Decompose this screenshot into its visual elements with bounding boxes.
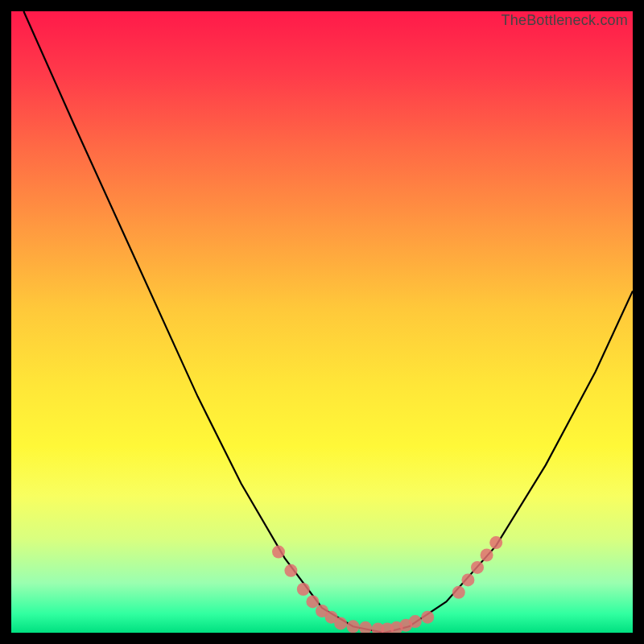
bottleneck-curve [23, 11, 633, 633]
watermark-text: TheBottleneck.com [502, 12, 628, 29]
highlight-dot [421, 611, 434, 624]
highlight-dot [359, 621, 372, 633]
highlight-dot [471, 561, 484, 574]
highlight-dot [306, 595, 319, 608]
highlight-dot [481, 549, 493, 562]
highlight-dot [452, 586, 465, 599]
highlight-dot [297, 583, 310, 596]
highlight-dot [409, 615, 422, 628]
highlight-dot [347, 620, 360, 633]
highlight-dot [489, 536, 502, 549]
highlight-dot [284, 564, 297, 577]
chart-plot [11, 11, 633, 633]
highlight-dot [272, 546, 285, 559]
highlight-dots [272, 536, 502, 633]
highlight-dot [334, 617, 347, 630]
highlight-dot [461, 573, 474, 586]
